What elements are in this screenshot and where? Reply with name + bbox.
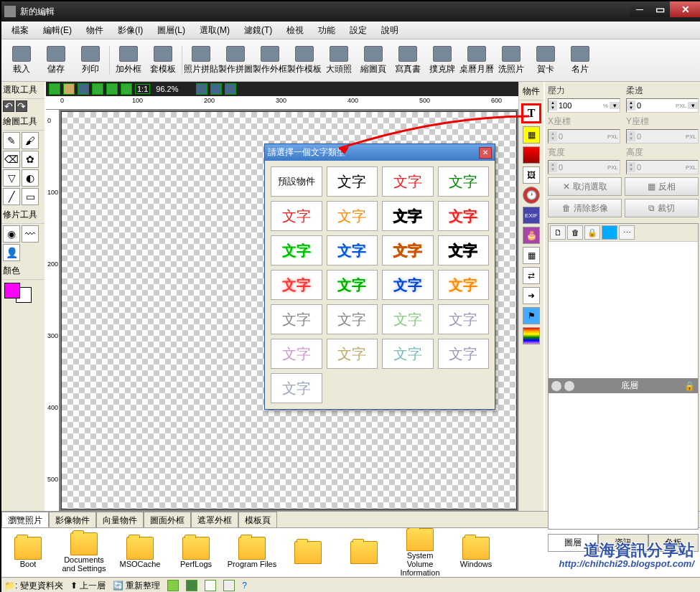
clock-icon[interactable]: 🕐 [523,187,540,204]
status-icon2[interactable] [186,580,197,591]
toolbar-button[interactable]: 製作拼圖 [218,46,253,75]
toolbar-button[interactable]: 名片 [563,46,597,75]
panel-tab[interactable]: 色板 [648,535,699,552]
text-tool[interactable]: T [521,103,541,123]
bottom-tab[interactable]: 影像物件 [49,512,96,527]
toolbar-button[interactable]: 載入 [4,46,39,75]
text-style-option[interactable]: 文字 [327,201,378,231]
change-folder-link[interactable]: 📁: 變更資料夾 [4,580,63,592]
brush-tool[interactable]: 🖌 [22,132,39,149]
gradient-tool[interactable]: ◐ [22,169,39,187]
pencil-tool[interactable]: ✎ [3,132,20,149]
menu-item[interactable]: 選取(M) [194,23,235,38]
toolbar-button[interactable]: 列印 [73,46,108,75]
layer-visible-button[interactable] [602,225,617,240]
text-style-option[interactable]: 文字 [271,235,322,266]
status-icon4[interactable] [223,580,235,591]
zoomout-icon[interactable] [106,83,118,95]
redo-icon[interactable]: ↷ [16,100,27,112]
fill-tool[interactable]: ▽ [3,169,20,187]
paste-icon[interactable] [78,83,89,95]
exif-tool[interactable]: EXIF [523,207,540,224]
folder-item[interactable]: PerfLogs [171,537,221,568]
layer-row[interactable]: 底層 🔒 [549,378,698,393]
layer-menu-button[interactable]: ⋯ [619,225,635,240]
toolbar-button[interactable]: 洗照片 [494,46,528,75]
cake-icon[interactable]: 🎂 [523,227,540,244]
heal-tool[interactable]: 〰 [22,225,39,243]
folder-item[interactable]: MSOCache [115,537,165,568]
toolbar-button[interactable]: 寫真書 [391,46,425,75]
redeye-tool[interactable]: ◉ [3,225,20,243]
foreground-color[interactable] [4,283,20,299]
status-icon3[interactable] [205,580,216,591]
invert-button[interactable]: ▦ 反相 [625,177,699,196]
arrows-icon[interactable]: ⇄ [523,267,540,284]
text-style-option[interactable]: 文字 [438,270,490,300]
text-style-option[interactable]: 文字 [438,339,490,369]
menu-item[interactable]: 濾鏡(T) [238,23,278,38]
toolbar-button[interactable]: 儲存 [39,46,73,75]
menu-item[interactable]: 說明 [375,23,404,38]
toolbar-button[interactable]: 製作外框 [253,46,287,75]
menu-item[interactable]: 設定 [344,23,373,38]
move-tool-icon[interactable] [196,83,207,95]
folder-item[interactable] [283,541,333,564]
bottom-tab[interactable]: 模板頁 [238,512,277,527]
grid-tool[interactable]: ▦ [523,247,540,264]
note-tool[interactable]: ▦ [523,126,540,144]
fit-icon[interactable] [121,83,132,95]
menu-item[interactable]: 編輯(E) [37,23,78,38]
pressure-input[interactable]: ▲▼100%▾ [548,98,620,113]
text-style-option[interactable]: 文字 [327,339,378,369]
toolbar-button[interactable]: 縮圖頁 [356,46,391,75]
panel-tab[interactable]: 資訊 [598,535,648,552]
lock-layer-button[interactable]: 🔒 [584,225,600,240]
new-layer-button[interactable]: 🗋 [550,225,566,240]
copy-icon[interactable] [63,83,75,95]
text-style-option[interactable]: 文字 [382,304,434,334]
text-style-option[interactable]: 文字 [438,235,490,266]
text-style-option[interactable]: 文字 [271,373,322,403]
refresh-link[interactable]: 🔄 重新整理 [113,580,160,592]
text-style-option[interactable]: 文字 [438,201,490,231]
rotate-tool-icon[interactable] [225,83,236,95]
folder-item[interactable]: System Volume Information [395,528,445,577]
folder-item[interactable]: Windows [451,537,501,568]
text-style-option[interactable]: 文字 [327,235,378,266]
crop-button[interactable]: ⧉ 裁切 [625,199,699,217]
undo-icon[interactable]: ↶ [3,100,14,112]
text-style-option[interactable]: 文字 [271,201,322,231]
eraser-tool[interactable]: ⌫ [3,151,20,168]
toolbar-button[interactable]: 大頭照 [322,46,356,75]
menu-item[interactable]: 圖層(L) [151,23,191,38]
toolbar-button[interactable]: 加外框 [111,46,146,75]
shape-tool[interactable] [523,146,540,164]
image-tool[interactable]: 🖼 [523,166,540,184]
hand-tool-icon[interactable] [210,83,222,95]
minimize-button[interactable]: ─ [630,1,650,17]
text-style-option[interactable]: 預設物件 [271,166,322,197]
text-style-option[interactable]: 文字 [327,304,378,334]
soft-input[interactable]: ▲▼0PXL▾ [626,98,699,113]
clear-button[interactable]: 🗑 清除影像 [548,199,622,217]
menu-item[interactable]: 檔案 [6,23,34,38]
text-style-option[interactable]: 文字 [271,270,322,300]
toolbar-button[interactable]: 桌曆月曆 [459,46,494,75]
flag-icon[interactable]: ⚑ [523,307,540,324]
zoom-icon[interactable] [49,83,60,95]
toolbar-button[interactable]: 套模板 [146,46,180,75]
deselect-button[interactable]: ✕ 取消選取 [548,177,622,196]
text-style-option[interactable]: 文字 [382,270,434,300]
folder-item[interactable]: Boot [3,537,53,568]
text-style-option[interactable]: 文字 [438,166,490,197]
help-icon[interactable]: ? [242,581,247,591]
panel-tab[interactable]: 圖層 [548,535,598,552]
menu-item[interactable]: 檢視 [281,23,309,38]
bottom-tab[interactable]: 圖面外框 [144,512,191,527]
menu-item[interactable]: 影像(I) [112,23,149,38]
layer-list[interactable]: 底層 🔒 [549,378,698,529]
folder-item[interactable] [339,541,389,564]
text-style-option[interactable]: 文字 [382,166,434,197]
text-style-option[interactable]: 文字 [382,201,434,231]
